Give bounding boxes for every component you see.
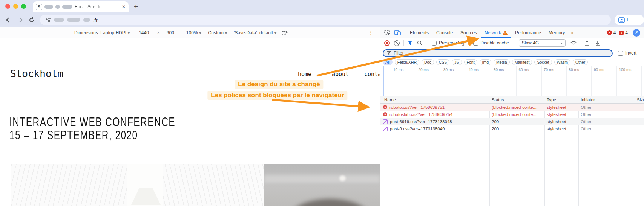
devtools-panel: ElementsConsoleSourcesNetworkPerformance… [380, 27, 644, 206]
minimize-window-button[interactable] [13, 4, 18, 9]
site-logo[interactable]: Stockholm [10, 68, 63, 79]
device-preset-dropdown[interactable]: Dimensions: Laptop HDPI [74, 30, 130, 35]
new-tab-button[interactable] [134, 3, 138, 11]
device-toolbar-toggle-icon[interactable] [394, 30, 401, 35]
devtools-account-icon[interactable] [633, 29, 640, 37]
devtools-tab-performance[interactable]: Performance [511, 27, 545, 38]
profile-icon [618, 17, 625, 23]
filter-toggle-icon[interactable] [408, 41, 412, 45]
type-filter-chip-js[interactable]: JS [452, 59, 462, 65]
export-har-icon[interactable] [595, 40, 600, 46]
type-filter-chip-socket[interactable]: Socket [534, 59, 552, 65]
site-settings-icon[interactable] [45, 17, 51, 23]
request-row[interactable]: post-6919.css?ver=1773138048200styleshee… [380, 118, 644, 125]
request-cell: stylesheet [544, 112, 578, 117]
network-conditions-icon[interactable] [570, 40, 577, 46]
request-row[interactable]: robotoslab.css?ver=1758639754(blocked:mi… [380, 111, 644, 118]
request-cell: 200 [489, 127, 544, 131]
type-filter-chip-all[interactable]: All [383, 59, 393, 65]
console-errors-badge[interactable]: 4 [607, 30, 616, 35]
close-window-button[interactable] [5, 4, 10, 9]
request-cell: stylesheet [544, 119, 578, 124]
redacted-title-block [55, 5, 60, 9]
search-icon[interactable] [417, 40, 422, 46]
more-tabs-icon[interactable]: » [571, 30, 573, 35]
timeline-tick-label: 30 ms [443, 68, 454, 72]
tab-strip: S Eric – Site de [0, 0, 644, 12]
window-controls [0, 0, 31, 12]
request-row[interactable]: post-9.css?ver=1773138049200stylesheetOt… [380, 125, 644, 132]
issues-badge[interactable]: 4 [619, 30, 628, 35]
column-header-type[interactable]: Type [544, 98, 578, 102]
address-bar[interactable]: .fr [40, 15, 611, 25]
disable-cache-checkbox[interactable]: Disable cache [473, 40, 509, 46]
invert-filter-checkbox[interactable]: Invert [618, 50, 636, 56]
devtools-tab-console[interactable]: Console [432, 27, 457, 38]
forward-icon[interactable] [17, 17, 23, 23]
inspect-element-icon[interactable] [384, 30, 391, 36]
table-header[interactable]: Name Status Type Initiator Size [380, 96, 644, 104]
type-filter-chip-img[interactable]: Img [480, 59, 492, 65]
record-network-log-button[interactable] [384, 40, 390, 46]
column-header-initiator[interactable]: Initiator [578, 98, 635, 102]
type-filter-chip-wasm[interactable]: Wasm [554, 59, 570, 65]
timeline-tick-label: 50 ms [494, 68, 504, 72]
back-icon[interactable] [5, 17, 12, 23]
rotate-viewport-icon[interactable] [282, 30, 288, 35]
type-filter-chip-other[interactable]: Other [573, 59, 588, 65]
network-request-table: Name Status Type Initiator Size roboto.c… [380, 96, 644, 206]
throttling-dropdown[interactable]: Custom [208, 30, 227, 35]
request-row[interactable]: roboto.css?ver=1758639751(blocked:mixed-… [380, 104, 644, 111]
viewport-height-input[interactable]: 900 [167, 30, 174, 35]
stylesheet-icon [383, 127, 388, 131]
nav-link-about[interactable]: about [332, 71, 349, 78]
network-throttling-select[interactable]: Slow 4G [519, 39, 566, 47]
stylesheet-icon [383, 119, 388, 124]
filter-input[interactable]: Filter [383, 49, 613, 57]
annotation-design-changed: Le design du site a changé [235, 80, 323, 89]
preserve-log-checkbox[interactable]: Preserve log [432, 40, 464, 46]
column-header-name[interactable]: Name [380, 98, 489, 102]
column-header-status[interactable]: Status [489, 98, 544, 102]
save-data-dropdown[interactable]: 'Save-Data': default [234, 30, 276, 35]
type-filter-chip-fetch-xhr[interactable]: Fetch/XHR [395, 59, 419, 65]
filter-funnel-icon [387, 51, 391, 55]
type-filter-chip-css[interactable]: CSS [436, 59, 450, 65]
profile-label: I [627, 17, 628, 23]
devtools-tabbar: ElementsConsoleSourcesNetworkPerformance… [380, 27, 644, 38]
redacted-url-block [54, 18, 64, 22]
timeline-origin-line [383, 66, 384, 96]
page-heading-line1: INTERACTIVE WEB CONFERENCE [9, 114, 240, 129]
network-filter-row: Filter Invert M [380, 48, 644, 58]
devtools-tab-elements[interactable]: Elements [406, 27, 432, 38]
browser-tab[interactable]: S Eric – Site de [33, 1, 129, 12]
clear-network-log-button[interactable] [394, 40, 400, 46]
type-filter-chip-doc[interactable]: Doc [422, 59, 434, 65]
type-filter-chip-media[interactable]: Media [494, 59, 510, 65]
type-filter-chip-font[interactable]: Font [464, 59, 477, 65]
devtools-tab-sources[interactable]: Sources [457, 27, 481, 38]
url-text: .fr [93, 17, 98, 23]
toolbar: .fr I [0, 12, 644, 27]
nav-link-home[interactable]: home [298, 71, 311, 78]
timeline-tick-label: 60 ms [519, 68, 529, 72]
profile-chip[interactable]: I [615, 15, 644, 25]
zoom-dropdown[interactable]: 100% [186, 30, 201, 35]
viewport-width-input[interactable]: 1440 [139, 30, 149, 35]
column-header-size[interactable]: Size [635, 98, 644, 102]
import-har-icon[interactable] [584, 40, 590, 46]
request-cell: Other [578, 119, 635, 124]
devtools-tab-memory[interactable]: Memory [545, 27, 569, 38]
close-tab-icon[interactable] [122, 4, 126, 9]
devtools-tab-network[interactable]: Network [481, 27, 511, 38]
dimensions-separator: × [157, 30, 160, 35]
blocked-request-icon [383, 112, 387, 116]
maximize-window-button[interactable] [21, 4, 26, 9]
network-overview-timeline[interactable]: 10 ms20 ms30 ms40 ms50 ms60 ms70 ms80 ms… [380, 66, 644, 96]
device-toolbar-menu-icon[interactable] [368, 30, 373, 35]
type-filter-chip-manifest[interactable]: Manifest [512, 59, 532, 65]
timeline-tick-label: 100 ms [619, 68, 632, 72]
reload-icon[interactable] [29, 17, 35, 23]
redacted-title-block [62, 5, 72, 9]
nav-link-contact[interactable]: contact [364, 71, 380, 78]
